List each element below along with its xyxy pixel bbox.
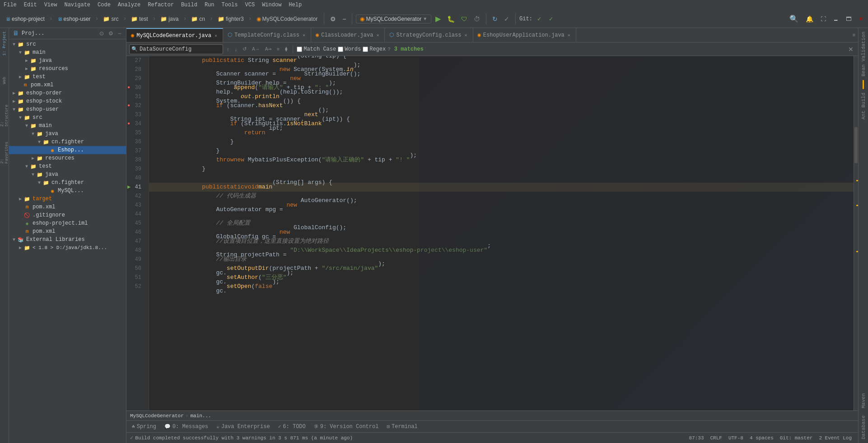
run-config-dropdown[interactable]: ◉ MySQLCodeGenerator ▼	[356, 14, 431, 24]
menu-navigate[interactable]: Navigate	[64, 2, 90, 8]
words-checkbox[interactable]	[338, 47, 343, 52]
toolbar-minus-btn[interactable]: −	[340, 14, 348, 24]
vcs-commit-btn[interactable]: ✓	[502, 14, 512, 24]
menu-vcs[interactable]: VCS	[245, 2, 255, 8]
menu-run[interactable]: Run	[205, 2, 215, 8]
breakpoint-32[interactable]: ●	[127, 101, 130, 110]
regex-checkbox[interactable]	[363, 47, 368, 52]
tree-item-iml[interactable]: ◈ eshop-project.iml	[9, 219, 126, 227]
breadcrumb-src[interactable]: 📁 src	[100, 15, 121, 23]
sidebar-icon-structure[interactable]: Z: Structure	[0, 99, 9, 127]
tab-close-2[interactable]: ✕	[375, 32, 380, 38]
right-sidebar-database[interactable]: Database	[861, 412, 866, 443]
tab-eshop-user-app[interactable]: ◉ EshopUserApplication.java ✕	[473, 28, 576, 42]
restore-btn[interactable]: 🗖	[844, 14, 854, 24]
tree-item-resources[interactable]: ▶ 📁 resources	[9, 65, 126, 73]
bottom-tab-todo[interactable]: ✓ 6: TODO	[275, 423, 309, 431]
minimize-btn[interactable]: 🗕	[831, 14, 841, 24]
tabs-extra[interactable]: ≡	[849, 28, 858, 42]
tree-item-test2[interactable]: ▼ 📁 test	[9, 162, 126, 170]
tree-item-target[interactable]: ▶ 📁 target	[9, 195, 126, 203]
menu-window[interactable]: Window	[262, 2, 281, 8]
tree-item-java3[interactable]: ▼ 📁 java	[9, 170, 126, 179]
right-sidebar-maven[interactable]: Maven	[861, 390, 866, 412]
breadcrumb-current-file[interactable]: ◉ MySQLCodeGenerator	[254, 15, 321, 23]
search-multiline-btn[interactable]: ≡	[275, 46, 281, 52]
panel-close-btn[interactable]: −	[117, 30, 122, 37]
tree-item-pom1[interactable]: m pom.xml	[9, 81, 126, 89]
menu-file[interactable]: File	[4, 2, 17, 8]
breadcrumb-method[interactable]: main...	[190, 413, 211, 419]
tree-item-mysql-class[interactable]: ◉ MySQL...	[9, 187, 126, 195]
tree-item-cn-fighter[interactable]: ▼ 📁 cn.fighter	[9, 138, 126, 146]
project-badge-main[interactable]: 🖥 eshop-project	[3, 15, 47, 23]
run-button[interactable]: ▶	[433, 13, 443, 24]
profiler-button[interactable]: ⏱	[471, 14, 482, 24]
panel-gear-btn[interactable]: ⚙	[107, 30, 115, 37]
debug-button[interactable]: 🐛	[445, 14, 457, 24]
tree-item-src2[interactable]: ▼ 📁 src	[9, 113, 126, 122]
tab-close-4[interactable]: ✕	[567, 32, 571, 38]
sidebar-icon-favorites[interactable]: 2: Favorites	[0, 137, 9, 164]
search-everywhere-btn[interactable]: 🔍	[787, 13, 801, 24]
match-case-checkbox[interactable]	[297, 47, 302, 52]
sidebar-icon-project[interactable]: 1: Project	[0, 30, 9, 57]
tree-item-eshop-order[interactable]: ▶ 📁 eshop-order	[9, 89, 126, 97]
menu-refactor[interactable]: Refactor	[148, 2, 174, 8]
menu-edit[interactable]: Edit	[24, 2, 37, 8]
status-indent[interactable]: 4 spaces	[747, 435, 776, 441]
menu-view[interactable]: View	[44, 2, 57, 8]
search-regex[interactable]: Regex	[363, 46, 386, 52]
git-check-btn[interactable]: ✓	[534, 15, 544, 23]
vcs-update-btn[interactable]: ↻	[490, 14, 500, 24]
menu-code[interactable]: Code	[98, 2, 111, 8]
tree-item-cn-fighter2[interactable]: ▼ 📁 cn.fighter	[9, 179, 126, 187]
bottom-tab-spring[interactable]: ☘ Spring	[128, 423, 160, 431]
close-btn[interactable]: ✕	[856, 14, 865, 24]
tree-item-java[interactable]: ▶ 📁 java	[9, 57, 126, 65]
tree-item-gitignore[interactable]: 🚫 .gitignore	[9, 211, 126, 219]
right-sidebar-bean-validation[interactable]: Bean Validation	[861, 28, 866, 80]
search-input-wrap[interactable]: 🔍	[129, 44, 223, 54]
status-encoding[interactable]: UTF-8	[726, 435, 746, 441]
menu-help[interactable]: Help	[289, 2, 302, 8]
right-sidebar-ant-build[interactable]: Ant Build	[861, 89, 866, 123]
search-filter-btn[interactable]: ⧫	[283, 46, 289, 52]
search-refresh-btn[interactable]: ↺	[241, 46, 248, 52]
regex-help-icon[interactable]: ?	[387, 47, 391, 52]
panel-sync-btn[interactable]: ⊙	[98, 30, 105, 37]
bottom-tab-terminal[interactable]: ⊡ Terminal	[383, 423, 421, 431]
breadcrumb-fighter3[interactable]: 📁 fighter3	[215, 15, 247, 23]
search-replace-btn[interactable]: A→	[250, 46, 261, 52]
search-input[interactable]	[140, 46, 221, 52]
status-line-ending[interactable]: CRLF	[708, 435, 725, 441]
maximize-btn[interactable]: ⛶	[818, 14, 828, 24]
search-nav-next[interactable]: ↓	[233, 46, 239, 52]
tree-item-test[interactable]: ▶ 📁 test	[9, 73, 126, 81]
tree-item-resources2[interactable]: ▶ 📁 resources	[9, 154, 126, 162]
tab-classloader[interactable]: ◉ ClassLoader.java ✕	[311, 28, 385, 42]
menu-analyze[interactable]: Analyze	[118, 2, 140, 8]
notifications-btn[interactable]: 🔔	[803, 14, 816, 24]
search-replace-all-btn[interactable]: A⇒	[263, 46, 274, 52]
search-close-btn[interactable]: ✕	[846, 45, 855, 53]
tree-item-external-libs[interactable]: ▼ 📚 External Libraries	[9, 236, 126, 244]
tree-item-pom2[interactable]: m pom.xml	[9, 203, 126, 211]
scrollbar-thumb[interactable]	[854, 127, 858, 163]
tab-close-1[interactable]: ✕	[302, 32, 306, 38]
tab-close-3[interactable]: ✕	[463, 32, 468, 38]
breadcrumb-java[interactable]: 📁 java	[158, 15, 181, 23]
breadcrumb-cn[interactable]: 📁 cn	[188, 15, 208, 23]
search-words[interactable]: Words	[338, 46, 361, 52]
tree-item-src[interactable]: ▼ 📁 src	[9, 40, 126, 48]
tree-item-main[interactable]: ▼ 📁 main	[9, 48, 126, 57]
breadcrumb-test[interactable]: 📁 test	[128, 15, 150, 23]
project-badge-user[interactable]: 🖥 eshop-user	[55, 15, 93, 23]
bottom-tab-version-control[interactable]: ⑨ 9: Version Control	[310, 423, 383, 431]
coverage-button[interactable]: 🛡	[459, 14, 470, 24]
tree-item-main2[interactable]: ▼ 📁 main	[9, 122, 126, 130]
status-git[interactable]: Git: master	[777, 435, 816, 441]
breakpoint-34[interactable]: ●	[127, 119, 130, 128]
tab-close-0[interactable]: ✕	[214, 33, 218, 39]
tree-item-eshop-user[interactable]: ▼ 📁 eshop-user	[9, 105, 126, 113]
